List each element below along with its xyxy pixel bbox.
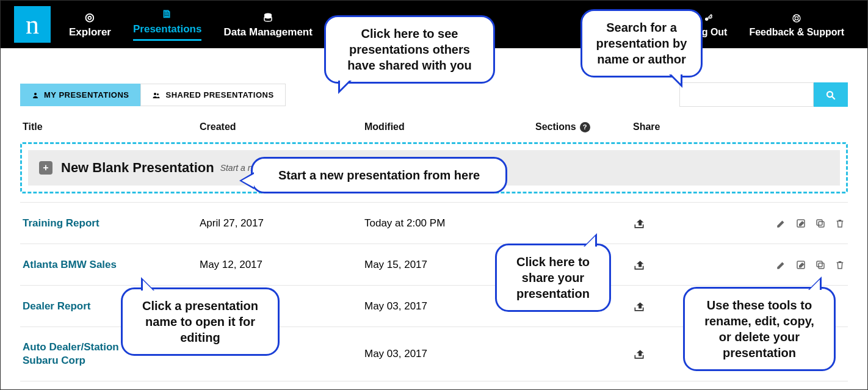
tab-shared-presentations[interactable]: SHARED PRESENTATIONS bbox=[140, 84, 285, 106]
svg-point-1 bbox=[705, 17, 708, 20]
svg-point-7 bbox=[827, 92, 833, 97]
compass-icon: ◎ bbox=[69, 10, 111, 24]
callout-tail bbox=[669, 74, 682, 88]
callout-tools: Use these tools to rename, edit, copy, o… bbox=[683, 287, 836, 371]
col-tools-header bbox=[706, 121, 845, 132]
database-icon-svg bbox=[262, 12, 273, 23]
col-sections-label: Sections bbox=[535, 121, 576, 132]
person-icon bbox=[32, 90, 39, 99]
callout-text: Start a new presentation from here bbox=[278, 168, 480, 182]
callout-open: Click a presentation name to open it for… bbox=[121, 287, 280, 356]
svg-point-5 bbox=[154, 93, 156, 95]
brand-logo[interactable]: n bbox=[14, 6, 51, 43]
nav-items: ◎ Explorer 🗎 Presentations Data Manageme… bbox=[58, 1, 324, 48]
nav-label: Presentations bbox=[133, 23, 201, 35]
callout-tail bbox=[338, 81, 352, 94]
modified-cell: May 03, 2017 bbox=[364, 348, 535, 360]
search-input[interactable] bbox=[679, 82, 814, 107]
row-tools bbox=[706, 258, 845, 271]
col-created: Created bbox=[200, 121, 364, 132]
share-button[interactable] bbox=[633, 347, 645, 361]
lifebuoy-icon bbox=[749, 12, 844, 24]
search-icon bbox=[825, 90, 836, 101]
copy-icon[interactable] bbox=[815, 217, 826, 229]
col-share: Share bbox=[633, 121, 706, 132]
callout-text: Click here to see presentations others h… bbox=[347, 27, 471, 72]
nav-right: Log Out Feedback & Support bbox=[679, 1, 867, 48]
svg-rect-13 bbox=[817, 261, 822, 267]
callout-text: Click a presentation name to open it for… bbox=[142, 299, 258, 344]
search-button[interactable] bbox=[814, 82, 848, 107]
created-cell: April 27, 2017 bbox=[200, 217, 364, 229]
rename-icon[interactable] bbox=[776, 258, 787, 271]
new-presentation-label: New Blank Presentation bbox=[61, 160, 214, 176]
rename-icon[interactable] bbox=[776, 217, 787, 229]
callout-text: Search for a presentation by name or aut… bbox=[596, 21, 687, 66]
plus-icon: + bbox=[39, 161, 52, 175]
svg-rect-12 bbox=[819, 263, 824, 269]
col-sections: Sections ? bbox=[535, 121, 633, 132]
nav-explorer[interactable]: ◎ Explorer bbox=[58, 1, 122, 48]
callout-text: Use these tools to rename, edit, copy, o… bbox=[704, 298, 814, 359]
presentation-title-link[interactable]: Training Report bbox=[23, 217, 99, 229]
share-button[interactable] bbox=[633, 299, 645, 313]
svg-point-4 bbox=[34, 93, 37, 95]
callout-tail bbox=[808, 276, 822, 290]
tab-label: SHARED PRESENTATIONS bbox=[165, 90, 273, 99]
share-button[interactable] bbox=[633, 216, 645, 230]
active-underline bbox=[133, 39, 201, 41]
row-tools bbox=[706, 217, 845, 229]
svg-point-6 bbox=[157, 93, 159, 95]
copy-icon[interactable] bbox=[815, 258, 826, 271]
callout-tail bbox=[239, 172, 254, 189]
table-header: Title Created Modified Sections ? Share bbox=[20, 115, 848, 139]
nav-data-management[interactable]: Data Management bbox=[212, 1, 323, 48]
tab-bar: MY PRESENTATIONS SHARED PRESENTATIONS bbox=[20, 82, 848, 107]
modified-cell: Today at 2:00 PM bbox=[364, 217, 535, 229]
callout-tail bbox=[141, 277, 154, 291]
callout-share: Click here to share your presentation bbox=[495, 244, 611, 312]
callout-shared: Click here to see presentations others h… bbox=[324, 15, 495, 84]
created-cell: May 12, 2017 bbox=[200, 259, 364, 271]
tab-label: MY PRESENTATIONS bbox=[44, 90, 129, 99]
svg-rect-10 bbox=[817, 220, 822, 225]
nav-feedback[interactable]: Feedback & Support bbox=[738, 1, 855, 48]
presentation-title-link[interactable]: Atlanta BMW Sales bbox=[23, 259, 117, 270]
nav-label: Feedback & Support bbox=[749, 27, 844, 38]
callout-tail bbox=[584, 233, 597, 247]
help-icon[interactable]: ? bbox=[580, 122, 590, 132]
nav-presentations[interactable]: 🗎 Presentations bbox=[122, 1, 212, 48]
delete-icon[interactable] bbox=[834, 217, 845, 229]
col-title: Title bbox=[23, 121, 200, 132]
table-row: Training Report April 27, 2017 Today at … bbox=[20, 202, 848, 244]
nav-label: Explorer bbox=[69, 26, 111, 38]
svg-rect-9 bbox=[819, 222, 824, 227]
callout-text: Click here to share your presentation bbox=[516, 255, 590, 300]
people-icon bbox=[152, 90, 161, 99]
presentation-title-link[interactable]: Dealer Report bbox=[23, 300, 90, 312]
edit-icon[interactable] bbox=[795, 217, 806, 229]
callout-new: Start a new presentation from here bbox=[251, 157, 507, 193]
search-wrap bbox=[679, 82, 848, 107]
col-modified: Modified bbox=[364, 121, 535, 132]
callout-search: Search for a presentation by name or aut… bbox=[580, 9, 703, 78]
edit-icon[interactable] bbox=[795, 258, 806, 271]
database-icon bbox=[223, 11, 312, 24]
nav-label: Data Management bbox=[223, 26, 312, 38]
tab-my-presentations[interactable]: MY PRESENTATIONS bbox=[20, 84, 140, 106]
document-icon: 🗎 bbox=[133, 8, 201, 21]
share-button[interactable] bbox=[633, 258, 645, 272]
svg-point-3 bbox=[795, 16, 798, 20]
delete-icon[interactable] bbox=[834, 258, 845, 271]
